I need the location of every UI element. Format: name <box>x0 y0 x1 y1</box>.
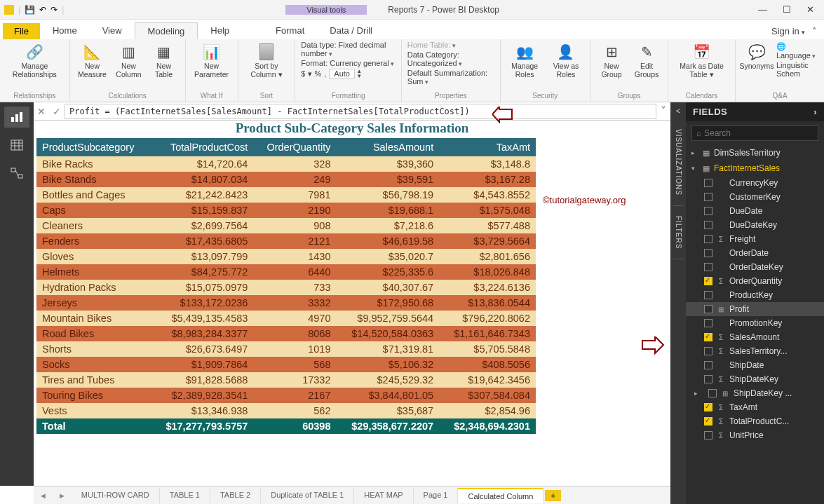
table-header[interactable]: TaxAmt <box>439 138 536 156</box>
field-checkbox[interactable] <box>704 235 712 243</box>
field-checkbox[interactable] <box>704 179 712 187</box>
table-row[interactable]: Cleaners$2,699.7564908$7,218.6$577.488 <box>36 218 536 233</box>
field-checkbox[interactable] <box>704 319 712 327</box>
field-node[interactable]: ΣTaxAmt <box>686 400 824 414</box>
undo-icon[interactable]: ↶ <box>39 5 46 15</box>
table-header[interactable]: OrderQuantity <box>253 138 336 156</box>
minimize-icon[interactable]: — <box>758 4 767 15</box>
stepper-icon[interactable]: ▴▾ <box>358 69 361 79</box>
model-view-button[interactable] <box>4 163 29 184</box>
next-sheet-icon[interactable]: ► <box>53 491 72 500</box>
table-row[interactable]: Hydration Packs$15,075.0979733$40,307.67… <box>36 280 536 295</box>
field-checkbox[interactable] <box>704 221 712 229</box>
sort-by-column-button[interactable]: Sort by Column ▾ <box>244 42 290 79</box>
home-table-dropdown[interactable]: Home Table: <box>407 41 494 49</box>
language-dropdown[interactable]: 🌐 Language <box>776 42 818 60</box>
view-as-roles-button[interactable]: 👤View as Roles <box>548 42 584 79</box>
table-row[interactable]: Jerseys$133,172.02363332$172,950.68$13,8… <box>36 295 536 311</box>
manage-roles-button[interactable]: 👥Manage Roles <box>506 42 543 79</box>
redo-icon[interactable]: ↷ <box>50 5 58 15</box>
new-table-button[interactable]: ▦New Table <box>149 42 180 79</box>
field-node[interactable]: ΣUnitPrice <box>686 428 824 442</box>
manage-relationships-button[interactable]: 🔗Manage Relationships <box>6 42 64 79</box>
field-checkbox[interactable] <box>704 333 712 341</box>
field-checkbox[interactable] <box>704 277 712 285</box>
sheet-tab[interactable]: Calculated Column <box>458 488 543 503</box>
table-header[interactable]: TotalProductCost <box>151 138 254 156</box>
save-icon[interactable]: 💾 <box>25 5 35 15</box>
format-dropdown[interactable]: Format: Currency general <box>301 59 395 67</box>
decimal-places-input[interactable]: Auto <box>329 69 355 79</box>
formula-input[interactable] <box>65 104 656 119</box>
field-checkbox[interactable] <box>704 347 712 355</box>
menu-tab-format[interactable]: Format <box>263 22 317 39</box>
default-summarization-dropdown[interactable]: Default Summarization: Sum <box>407 69 494 86</box>
field-node[interactable]: DueDateKey <box>686 218 824 232</box>
field-checkbox[interactable] <box>704 249 712 257</box>
table-row[interactable]: Fenders$17,435.68052121$46,619.58$3,729.… <box>36 233 536 249</box>
table-row[interactable]: Mountain Bikes$5,439,135.45834970$9,952,… <box>36 311 536 326</box>
add-sheet-button[interactable]: + <box>545 490 560 501</box>
filters-tab[interactable]: FILTERS <box>673 206 684 259</box>
field-checkbox[interactable] <box>704 375 712 383</box>
table-row[interactable]: Touring Bikes$2,389,928.35412167$3,844,8… <box>36 388 536 403</box>
new-measure-button[interactable]: 📐New Measure <box>76 42 109 79</box>
menu-tab-data-drill[interactable]: Data / Drill <box>317 22 385 39</box>
comma-button[interactable]: , <box>324 69 326 78</box>
expand-ribbon-icon[interactable]: ˄ <box>812 26 817 36</box>
field-node[interactable]: CurrencyKey <box>686 176 824 190</box>
table-row[interactable]: Gloves$13,097.7991430$35,020.7$2,801.656 <box>36 249 536 264</box>
new-parameter-button[interactable]: 📊New Parameter <box>191 42 232 79</box>
sign-in-link[interactable]: Sign in ▾ ˄ <box>764 23 824 39</box>
table-row[interactable]: Shorts$26,673.64971019$71,319.81$5,705.5… <box>36 341 536 357</box>
table-row[interactable]: Vests$13,346.938562$35,687$2,854.96 <box>36 403 536 418</box>
menu-tab-help[interactable]: Help <box>198 22 242 39</box>
field-checkbox[interactable] <box>704 361 712 369</box>
data-table[interactable]: ProductSubcategoryTotalProductCostOrderQ… <box>36 138 536 434</box>
field-node[interactable]: ProductKey <box>686 288 824 302</box>
field-checkbox[interactable] <box>704 431 712 440</box>
table-header[interactable]: ProductSubcategory <box>36 138 151 156</box>
mark-as-date-table-button[interactable]: 📅Mark as Date Table ▾ <box>674 42 729 79</box>
synonyms-button[interactable]: 💬Synonyms <box>741 42 772 71</box>
field-checkbox[interactable] <box>704 305 712 313</box>
field-checkbox[interactable] <box>704 207 712 215</box>
field-node[interactable]: PromotionKey <box>686 316 824 330</box>
field-node[interactable]: ΣShipDateKey <box>686 372 824 386</box>
report-view-button[interactable] <box>4 107 29 128</box>
table-row[interactable]: Bike Stands$14,807.034249$39,591$3,167.2… <box>36 172 536 187</box>
sheet-tab[interactable]: MULTI-ROW CARD <box>72 488 160 503</box>
commit-formula-icon[interactable]: ✓ <box>49 106 65 117</box>
table-header[interactable]: SalesAmount <box>337 138 440 156</box>
menu-tab-view[interactable]: View <box>90 22 135 39</box>
field-checkbox[interactable] <box>704 263 712 271</box>
new-column-button[interactable]: ▥New Column <box>113 42 144 79</box>
visualizations-tab[interactable]: VISUALIZATIONS <box>673 119 684 206</box>
field-node[interactable]: ΣSalesTerritory... <box>686 344 824 358</box>
field-checkbox[interactable] <box>704 417 712 425</box>
field-node[interactable]: OrderDateKey <box>686 260 824 274</box>
collapse-fields-icon[interactable]: › <box>813 107 817 117</box>
fields-search-input[interactable] <box>704 128 813 138</box>
table-row[interactable]: Road Bikes$8,983,284.33778068$14,520,584… <box>36 326 536 341</box>
sheet-tab[interactable]: Page 1 <box>414 488 459 503</box>
percent-button[interactable]: % <box>315 69 322 78</box>
field-checkbox[interactable] <box>704 291 712 299</box>
table-node[interactable]: ▾▦FactInternetSales <box>686 161 824 176</box>
field-node[interactable]: ΣFreight <box>686 232 824 246</box>
expand-visualizations-icon[interactable]: < <box>676 102 680 119</box>
linguistic-schema-button[interactable]: Linguistic Schem <box>776 61 818 78</box>
fields-search[interactable]: ⌕ <box>691 125 818 141</box>
edit-groups-button[interactable]: ✎Edit Groups <box>631 42 662 79</box>
maximize-icon[interactable]: ☐ <box>783 4 791 15</box>
table-row[interactable]: Bike Racks$14,720.64328$39,360$3,148.8 <box>36 156 536 172</box>
field-node[interactable]: ShipDate <box>686 358 824 372</box>
field-node[interactable]: ΣOrderQuantity <box>686 274 824 288</box>
table-row[interactable]: Bottles and Cages$21,242.84237981$56,798… <box>36 187 536 203</box>
formula-expand-icon[interactable]: ˅ <box>656 104 670 118</box>
file-tab[interactable]: File <box>3 23 40 39</box>
menu-tab-home[interactable]: Home <box>40 22 90 39</box>
table-node[interactable]: ▸▦DimSalesTerritory <box>686 145 824 161</box>
prev-sheet-icon[interactable]: ◄ <box>34 491 53 500</box>
new-group-button[interactable]: ⊞New Group <box>596 42 627 79</box>
